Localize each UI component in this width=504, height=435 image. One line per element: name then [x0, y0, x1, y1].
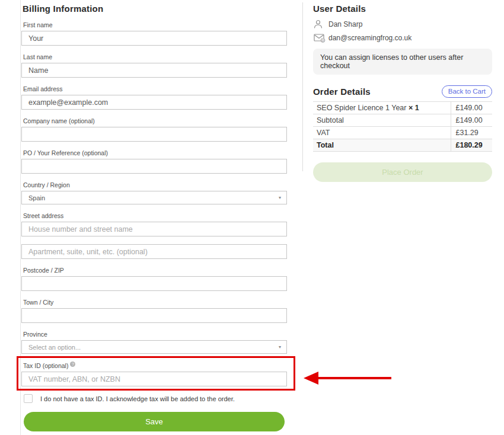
po-reference-input[interactable]	[21, 159, 287, 174]
user-email: dan@screamingfrog.co.uk	[328, 34, 412, 42]
annotation-arrow-line	[317, 377, 391, 379]
user-icon	[314, 20, 326, 29]
vat-price: £31.29	[451, 127, 492, 139]
user-name: Dan Sharp	[328, 20, 362, 28]
user-email-row: @ dan@screamingfrog.co.uk	[314, 33, 492, 43]
first-name-input[interactable]	[21, 31, 287, 46]
email-input[interactable]	[21, 95, 287, 110]
annotation-arrow-icon	[304, 372, 318, 385]
order-details-title: Order Details	[313, 87, 371, 97]
place-order-button[interactable]: Place Order	[313, 162, 492, 182]
chevron-down-icon: ▾	[279, 195, 281, 200]
save-button[interactable]: Save	[24, 412, 285, 431]
subtotal-label: Subtotal	[313, 114, 451, 127]
billing-form: Billing Information First name Last name…	[21, 4, 287, 431]
user-details-title: User Details	[313, 4, 492, 14]
company-input[interactable]	[21, 127, 287, 142]
billing-title: Billing Information	[23, 4, 287, 14]
street-address2-field	[21, 244, 287, 259]
town-city-input[interactable]	[21, 308, 287, 323]
province-label: Province	[23, 331, 287, 338]
no-tax-id-row: I do not have a tax ID. I acknowledge ta…	[24, 394, 287, 403]
last-name-label: Last name	[23, 53, 287, 60]
line-item-qty: × 1	[409, 104, 419, 112]
street-address-field: Street address	[21, 212, 287, 236]
table-row-vat: VAT £31.29	[313, 127, 492, 139]
help-info-icon[interactable]: ?	[70, 362, 75, 367]
tax-id-input[interactable]	[21, 372, 287, 386]
po-reference-field: PO / Your Reference (optional)	[21, 149, 287, 174]
town-city-label: Town / City	[23, 299, 287, 306]
form-left-border	[20, 0, 21, 435]
total-label: Total	[313, 139, 451, 152]
country-field: Country / Region Spain ▾	[21, 181, 287, 204]
line-item-label: SEO Spider Licence 1 Year × 1	[313, 102, 451, 114]
vat-label: VAT	[313, 127, 451, 139]
no-tax-id-label: I do not have a tax ID. I acknowledge ta…	[40, 394, 235, 402]
total-price: £180.29	[451, 139, 492, 152]
user-name-row: Dan Sharp	[314, 20, 492, 29]
company-field: Company name (optional)	[21, 117, 287, 142]
column-divider	[302, 2, 303, 171]
summary-column: User Details Dan Sharp @ dan@screamingfr…	[313, 4, 492, 182]
subtotal-price: £149.00	[451, 114, 492, 127]
line-item-price: £149.00	[451, 102, 492, 114]
email-field: Email address	[21, 85, 287, 110]
back-to-cart-button[interactable]: Back to Cart	[442, 85, 492, 98]
postcode-input[interactable]	[21, 276, 287, 291]
country-label: Country / Region	[23, 181, 287, 188]
svg-text:@: @	[321, 39, 324, 42]
chevron-down-icon: ▾	[279, 344, 281, 350]
company-label: Company name (optional)	[23, 117, 287, 124]
first-name-field: First name	[21, 21, 287, 46]
street-address2-input[interactable]	[21, 244, 287, 259]
province-select-placeholder: Select an option...	[28, 344, 81, 351]
postcode-label: Postcode / ZIP	[23, 267, 287, 274]
postcode-field: Postcode / ZIP	[21, 267, 287, 291]
tax-id-field: Tax ID (optional)?	[21, 362, 287, 386]
country-select[interactable]: Spain ▾	[21, 191, 287, 204]
town-city-field: Town / City	[21, 299, 287, 323]
po-reference-label: PO / Your Reference (optional)	[23, 149, 287, 156]
first-name-label: First name	[23, 21, 287, 28]
street-address-input[interactable]	[21, 222, 287, 236]
order-summary-table: SEO Spider Licence 1 Year × 1 £149.00 Su…	[313, 101, 492, 152]
table-row-subtotal: Subtotal £149.00	[313, 114, 492, 127]
province-field: Province Select an option... ▾	[21, 331, 287, 354]
table-row-total: Total £180.29	[313, 139, 492, 152]
no-tax-id-checkbox[interactable]	[24, 394, 33, 403]
table-row-line-item: SEO Spider Licence 1 Year × 1 £149.00	[313, 102, 492, 114]
email-at-icon: @	[314, 33, 326, 43]
license-assign-notice: You can assign licenses to other users a…	[313, 49, 492, 75]
checkout-page: Billing Information First name Last name…	[0, 0, 504, 435]
province-select[interactable]: Select an option... ▾	[21, 340, 287, 354]
email-label: Email address	[23, 85, 287, 92]
country-select-value: Spain	[28, 194, 45, 201]
last-name-field: Last name	[21, 53, 287, 78]
tax-id-label: Tax ID (optional)?	[23, 362, 287, 369]
order-details-header: Order Details Back to Cart	[313, 85, 492, 98]
street-address-label: Street address	[23, 212, 287, 219]
last-name-input[interactable]	[21, 63, 287, 78]
